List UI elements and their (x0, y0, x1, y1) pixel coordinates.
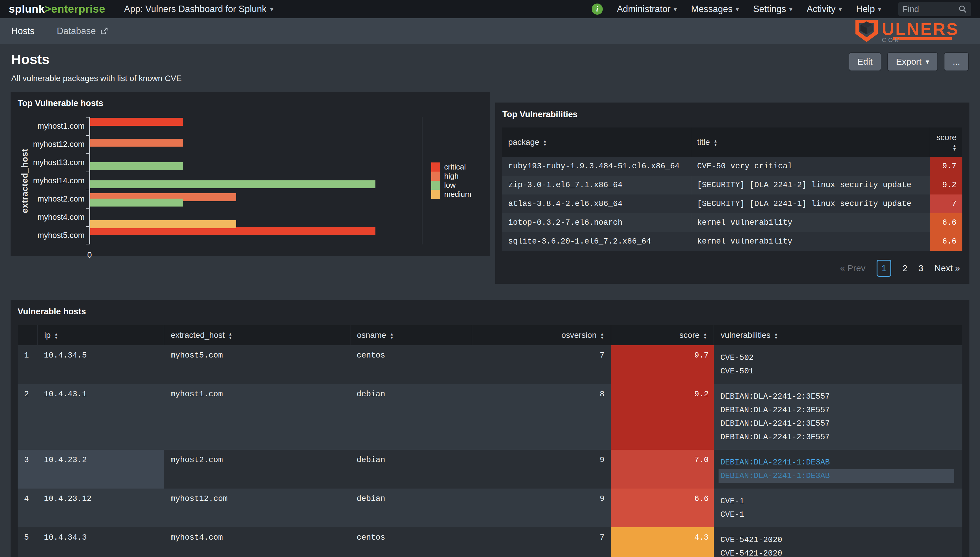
cell-rownum: 1 (18, 345, 37, 384)
table-row[interactable]: zip-3.0-1.el6_7.1.x86_64[SECURITY] [DLA … (502, 176, 962, 194)
legend-item-critical[interactable]: critical (431, 163, 483, 171)
chart-category-label: myhost5.com (32, 226, 85, 244)
sort-icon: ▲▼ (228, 332, 232, 339)
table-row[interactable]: 110.4.34.5myhost5.comcentos79.7CVE-502CV… (18, 345, 962, 384)
table-row[interactable]: 410.4.23.12myhost12.comdebian96.6CVE-1CV… (18, 489, 962, 527)
pagination-prev[interactable]: « Prev (840, 263, 865, 273)
top-vulnerabilities-table: package▲▼ title▲▼ score▲▼ ruby193-ruby-1… (502, 127, 962, 251)
cell-score: 4.3 (611, 527, 714, 557)
vulnerability-id: DEBIAN:DLA-2241-2:3E557 (720, 430, 956, 444)
app-menu[interactable]: App: Vulners Dashboard for Splunk ▾ (124, 4, 273, 15)
legend-item-medium[interactable]: medium (431, 190, 483, 199)
account-menu[interactable]: Administrator▾ (617, 4, 677, 15)
settings-menu[interactable]: Settings▾ (753, 4, 793, 15)
cell-rownum: 3 (18, 450, 37, 489)
splunk-logo-word: splunk (9, 3, 45, 15)
splunk-logo[interactable]: splunk>enterprise (9, 3, 105, 15)
vulners-logo-com: COM (882, 37, 902, 42)
column-header-extracted-host[interactable]: extracted_host▲▼ (164, 325, 350, 345)
top-vulnerable-hosts-panel: Top Vulnerable hosts extracted_host myho… (11, 92, 490, 256)
cell-osversion: 7 (472, 345, 611, 384)
chart-bar-low[interactable] (90, 181, 375, 188)
top-vulnerabilities-panel: Top Vulnerabilities package▲▼ title▲▼ sc… (495, 103, 969, 284)
table-row[interactable]: sqlite-3.6.20-1.el6_7.2.x86_64kernel vul… (502, 232, 962, 251)
chart-bar-critical[interactable] (90, 118, 183, 126)
vulnerability-id: DEBIAN:DLA-2241-2:3E557 (720, 403, 956, 417)
vulnerability-link[interactable]: DEBIAN:DLA-2241-1:DE3AB (720, 456, 956, 469)
column-header-vulnerabilities[interactable]: vulnerabilities▲▼ (714, 325, 962, 345)
chevron-down-icon: ▾ (736, 5, 739, 13)
chart-bar-high[interactable] (90, 138, 183, 147)
chart-bar-low[interactable] (90, 162, 183, 170)
cell-osversion: 9 (472, 489, 611, 527)
edit-button[interactable]: Edit (849, 52, 882, 71)
chart-title: Top Vulnerable hosts (18, 98, 483, 108)
chevron-down-icon: ▾ (878, 5, 881, 13)
chevron-down-icon: ▾ (838, 5, 842, 13)
table-row[interactable]: atlas-3.8.4-2.el6.x86_64[SECURITY] [DLA … (502, 194, 962, 213)
tab-hosts[interactable]: Hosts (11, 26, 34, 36)
page-title: Hosts (11, 51, 182, 67)
cell-osname: debian (350, 450, 472, 489)
table-row[interactable]: 310.4.23.2myhost2.comdebian97.0DEBIAN:DL… (18, 450, 962, 489)
help-menu[interactable]: Help▾ (856, 4, 881, 15)
table-row[interactable]: 210.4.43.1myhost1.comdebian89.2DEBIAN:DL… (18, 384, 962, 450)
cell-score: 6.6 (930, 232, 962, 251)
messages-menu-label: Messages (691, 4, 733, 15)
find-search-box[interactable] (898, 2, 971, 16)
column-header-package[interactable]: package▲▼ (502, 127, 691, 157)
column-header-score[interactable]: score▲▼ (611, 325, 714, 345)
cell-osname: debian (350, 384, 472, 450)
table-row[interactable]: ruby193-ruby-1.9.3.484-51.el6.x86_64CVE-… (502, 157, 962, 176)
external-link-icon (100, 27, 108, 35)
splunk-logo-gt: > (45, 3, 51, 15)
vulnerability-link[interactable]: DEBIAN:DLA-2241-1:DE3AB (718, 469, 954, 483)
tab-database[interactable]: Database (57, 26, 108, 36)
column-header-osversion[interactable]: osversion▲▼ (472, 325, 611, 345)
cell-score: 9.7 (611, 345, 714, 384)
cell-score: 6.6 (611, 489, 714, 527)
cell-ip: 10.4.23.12 (37, 489, 164, 527)
chart-bar-medium[interactable] (90, 220, 236, 228)
export-button[interactable]: Export▾ (887, 52, 938, 71)
pagination-page[interactable]: 2 (902, 263, 907, 273)
column-header-osname[interactable]: osname▲▼ (350, 325, 472, 345)
column-header-score[interactable]: score▲▼ (930, 127, 962, 157)
cell-title: kernel vulnerability (691, 213, 930, 232)
column-header-title[interactable]: title▲▼ (691, 127, 930, 157)
chevron-down-icon: ▾ (789, 5, 793, 13)
sort-icon: ▲▼ (774, 332, 778, 339)
more-button[interactable]: ... (944, 52, 969, 71)
activity-menu[interactable]: Activity▾ (807, 4, 842, 15)
chart-bar-low[interactable] (90, 199, 183, 207)
table-row[interactable]: 510.4.34.3myhost4.comcentos74.3CVE-5421-… (18, 527, 962, 557)
column-header-ip[interactable]: ip▲▼ (37, 325, 164, 345)
table-row[interactable]: iotop-0.3.2-7.el6.noarchkernel vulnerabi… (502, 213, 962, 232)
cell-score: 9.2 (930, 176, 962, 194)
legend-item-low[interactable]: low (431, 181, 483, 190)
chart-category-label: myhost14.com (32, 171, 85, 190)
chart-category-labels: myhost1.commyhost12.commyhost13.commyhos… (32, 117, 89, 244)
legend-item-high[interactable]: high (431, 171, 483, 181)
chart-axis-tick (86, 208, 90, 208)
activity-menu-label: Activity (807, 4, 835, 15)
cell-rownum: 5 (18, 527, 37, 557)
sort-icon: ▲▼ (703, 332, 707, 339)
chart-bar-critical[interactable] (90, 227, 375, 235)
sort-icon: ▲▼ (600, 332, 604, 339)
pagination-next[interactable]: Next » (934, 263, 960, 273)
vulners-logo: ULNERS COM (854, 18, 969, 44)
search-icon[interactable] (958, 5, 967, 13)
find-input[interactable] (902, 5, 958, 14)
vulnerability-id: CVE-5421-2020 (720, 547, 956, 557)
export-button-label: Export (896, 57, 921, 67)
sort-icon: ▲▼ (543, 139, 547, 146)
cell-package: iotop-0.3.2-7.el6.noarch (502, 213, 691, 232)
messages-menu[interactable]: Messages▾ (691, 4, 739, 15)
cell-osversion: 8 (472, 384, 611, 450)
legend-swatch (431, 190, 440, 199)
pagination-page[interactable]: 3 (918, 263, 924, 273)
info-icon[interactable]: i (592, 3, 603, 15)
pagination-page-current[interactable]: 1 (877, 260, 891, 277)
vulnerability-id: CVE-502 (720, 351, 956, 365)
